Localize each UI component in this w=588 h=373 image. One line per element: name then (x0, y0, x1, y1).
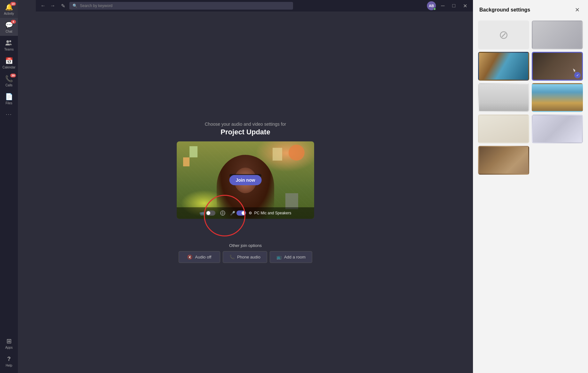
mic-control[interactable]: 🎤 (230, 210, 246, 216)
chat-badge: 6 (11, 20, 16, 24)
sidebar-item-more[interactable]: ··· (0, 107, 18, 121)
meeting-title: Project Update (205, 128, 286, 136)
files-label: Files (5, 101, 12, 105)
add-room-label: Add a room (284, 255, 306, 259)
bg-panel-header: Background settings ✕ (473, 0, 588, 18)
video-decoration-2 (273, 148, 282, 161)
files-icon: 📄 (5, 93, 13, 100)
video-decoration-1 (289, 145, 305, 161)
nav-back-button[interactable]: ← (39, 2, 47, 9)
audio-off-button[interactable]: 🔇 Audio off (179, 251, 220, 263)
phone-audio-label: Phone audio (237, 255, 260, 259)
no-bg-icon: ⊘ (499, 28, 508, 42)
activity-badge: 10 (10, 2, 16, 6)
bg-thumb-office1[interactable] (478, 52, 529, 81)
video-preview-wrap: Join now 📹 (177, 141, 314, 219)
svg-point-1 (6, 40, 9, 43)
calls-label: Calls (5, 83, 12, 87)
teams-label: Teams (4, 48, 13, 51)
titlebar-right: AB ─ □ ✕ (427, 1, 470, 10)
prejoin-title-area: Choose your audio and video settings for… (205, 122, 286, 136)
bg-thumb-minimal[interactable] (478, 115, 529, 143)
sidebar-item-apps[interactable]: ⊞ Apps (0, 334, 18, 352)
mic-toggle-knob (242, 211, 245, 215)
edit-button[interactable]: ✎ (59, 2, 67, 10)
audio-settings-label: PC Mic and Speakers (254, 211, 291, 215)
sidebar-bottom: ⊞ Apps ? Help (0, 334, 18, 373)
close-button[interactable]: ✕ (460, 2, 470, 10)
video-control[interactable]: 📹 (199, 210, 215, 216)
video-icon: 📹 (199, 211, 205, 216)
bg-thumb-cafe[interactable] (478, 146, 529, 175)
bg-thumb-city[interactable] (532, 83, 583, 112)
sidebar-item-help[interactable]: ? Help (0, 352, 18, 370)
add-room-button[interactable]: 📺 Add a room (270, 251, 312, 263)
sidebar: 10 🔔 Activity 6 💬 Chat Teams 📅 Calendar … (0, 0, 18, 373)
search-icon: 🔍 (73, 4, 77, 8)
prejoin-subtitle: Choose your audio and video settings for (205, 122, 286, 127)
video-toggle[interactable] (206, 210, 215, 216)
bg-close-button[interactable]: ✕ (573, 6, 582, 14)
calls-badge: 39 (10, 74, 16, 77)
search-bar[interactable]: 🔍 Search by keyword (69, 2, 293, 10)
svg-point-0 (9, 40, 11, 42)
user-avatar[interactable]: AB (427, 1, 436, 10)
sidebar-item-teams[interactable]: Teams (0, 36, 18, 54)
other-join-label: Other join options (229, 243, 262, 248)
help-icon: ? (5, 355, 13, 363)
gear-icon: ⚙ (249, 211, 252, 215)
avatar-initials: AB (429, 4, 434, 8)
audio-settings[interactable]: ⚙ PC Mic and Speakers (249, 211, 291, 215)
phone-audio-icon: 📞 (229, 255, 235, 259)
bg-thumb-snow[interactable] (532, 115, 583, 143)
background-settings-panel: Background settings ✕ ⊘ ✓ (473, 0, 588, 373)
video-preview: Join now 📹 (177, 141, 314, 219)
calendar-icon: 📅 (5, 57, 13, 65)
bg-thumb-room1[interactable] (478, 83, 529, 112)
add-room-icon: 📺 (276, 255, 282, 259)
apps-label: Apps (5, 346, 13, 349)
sidebar-item-calls[interactable]: 39 📞 Calls (0, 72, 18, 90)
other-join-buttons: 🔇 Audio off 📞 Phone audio 📺 Add a room (179, 251, 312, 263)
nav-buttons: ← → (39, 2, 57, 9)
bg-thumbnail-grid: ⊘ ✓ (473, 18, 588, 177)
mic-icon: 🎤 (230, 211, 235, 216)
sidebar-item-files[interactable]: 📄 Files (0, 90, 18, 107)
nav-forward-button[interactable]: → (49, 2, 57, 9)
help-label: Help (6, 364, 12, 367)
chat-label: Chat (5, 30, 12, 33)
maximize-button[interactable]: □ (450, 2, 458, 9)
prejoin-area: Choose your audio and video settings for… (18, 12, 473, 373)
teams-icon (5, 39, 13, 47)
sidebar-item-activity[interactable]: 10 🔔 Activity (0, 0, 18, 18)
join-now-button[interactable]: Join now (229, 175, 262, 185)
titlebar: ← → ✎ 🔍 Search by keyword AB ─ □ ✕ (36, 0, 473, 12)
sidebar-item-chat[interactable]: 6 💬 Chat (0, 18, 18, 36)
phone-audio-button[interactable]: 📞 Phone audio (223, 251, 267, 263)
selected-checkmark: ✓ (574, 72, 581, 78)
main-content: ← → ✎ 🔍 Search by keyword AB ─ □ ✕ Choos… (18, 0, 473, 373)
minimize-button[interactable]: ─ (438, 2, 447, 9)
video-decoration-3 (190, 146, 197, 157)
bg-thumb-blur[interactable] (532, 20, 583, 49)
bg-thumb-none[interactable]: ⊘ (478, 20, 529, 49)
more-icon: ··· (5, 111, 13, 118)
activity-label: Activity (4, 12, 14, 15)
effects-button[interactable] (218, 209, 228, 217)
controls-bar: 📹 (177, 207, 314, 219)
sidebar-item-calendar[interactable]: 📅 Calendar (0, 54, 18, 72)
search-placeholder: Search by keyword (80, 4, 112, 8)
calendar-label: Calendar (3, 66, 16, 69)
prejoin-container: Choose your audio and video settings for… (18, 122, 473, 263)
video-toggle-knob (206, 211, 210, 215)
bg-thumb-office2[interactable]: ✓ (532, 52, 583, 81)
audio-off-icon: 🔇 (187, 255, 192, 259)
mic-toggle[interactable] (236, 210, 246, 216)
online-indicator (433, 8, 436, 10)
video-decoration-4 (183, 157, 190, 166)
audio-off-label: Audio off (195, 255, 211, 259)
video-decoration-5 (285, 193, 298, 209)
apps-icon: ⊞ (5, 337, 13, 345)
other-join-section: Other join options 🔇 Audio off 📞 Phone a… (179, 243, 312, 263)
bg-panel-title: Background settings (479, 7, 530, 13)
